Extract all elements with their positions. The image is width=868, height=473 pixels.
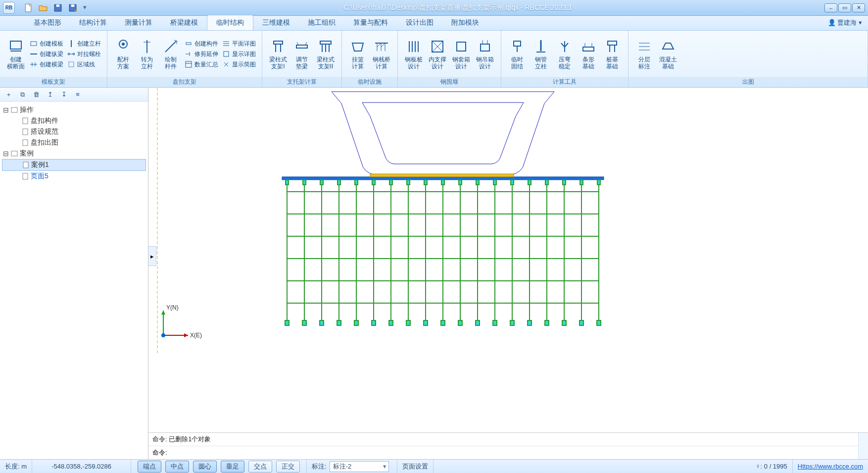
region-line-button[interactable]: 区域线	[67, 60, 101, 69]
bending-stability-button[interactable]: 压弯稳定	[553, 36, 577, 72]
app-icon[interactable]: RB	[3, 2, 15, 14]
saveas-icon[interactable]	[68, 3, 77, 12]
minimize-button[interactable]: –	[824, 3, 837, 12]
svg-rect-22	[186, 61, 192, 67]
concrete-foundation-button[interactable]: 混凝土基础	[656, 36, 680, 72]
tree-down-icon[interactable]: ↧	[59, 90, 68, 99]
tree-node-page5[interactable]: 页面5	[2, 171, 146, 182]
ribbon-group-output: 分层标注 混凝土基础 出图	[628, 31, 868, 87]
convert-pole-button[interactable]: 转为立杆	[135, 36, 159, 72]
open-file-icon[interactable]	[39, 3, 48, 12]
tree-settings-icon[interactable]: ≡	[73, 90, 82, 99]
ribbon-group-support-calc: 梁柱式支架I 调节垫梁 梁柱式支架II 支托架计算	[262, 31, 342, 87]
svg-rect-156	[441, 320, 445, 325]
tree-node-erection-spec[interactable]: 搭设规范	[2, 126, 146, 137]
command-line[interactable]: 命令:	[148, 446, 858, 459]
create-cross-beam-button[interactable]: 创建横梁	[30, 60, 63, 69]
save-icon[interactable]	[53, 3, 62, 12]
drawing-viewport[interactable]: ▸ Y(N) X(E)	[148, 88, 868, 459]
command-scrollbar[interactable]	[858, 433, 868, 459]
tree-node-case1[interactable]: 案例1	[2, 159, 146, 171]
snap-center[interactable]: 圆心	[193, 461, 217, 473]
quantity-summary-button[interactable]: 数量汇总	[185, 60, 218, 69]
create-long-beam-button[interactable]: 创建纵梁	[30, 50, 63, 58]
tree-node-disc-components[interactable]: 盘扣构件	[2, 115, 146, 126]
svg-rect-102	[337, 320, 341, 325]
svg-rect-4	[71, 4, 75, 7]
maximize-button[interactable]: ▭	[838, 3, 851, 12]
adjust-pad-beam-button[interactable]: 调节垫梁	[290, 36, 314, 72]
tree-node-cases[interactable]: ⊟案例	[2, 148, 146, 159]
snap-midpoint[interactable]: 中点	[165, 461, 189, 473]
annotation-combo[interactable]: 标注-2	[330, 461, 389, 472]
trim-extend-button[interactable]: 修剪延伸	[185, 50, 218, 58]
show-detail-button[interactable]: 显示详图	[222, 50, 256, 58]
tab-temp-structure[interactable]: 临时结构	[207, 15, 253, 30]
strip-foundation-button[interactable]: 条形基础	[577, 36, 600, 72]
tab-structure-calc[interactable]: 结构计算	[70, 15, 116, 30]
user-name: 曹建海	[837, 19, 857, 26]
snap-perp[interactable]: 垂足	[221, 461, 244, 473]
tab-bridge-model[interactable]: 桥梁建模	[161, 15, 207, 30]
tab-quantity[interactable]: 算量与配料	[344, 15, 397, 30]
svg-rect-5	[10, 41, 21, 49]
create-template-button[interactable]: 创建模板	[30, 40, 63, 48]
ribbon-group-label: 盘扣支架	[107, 77, 262, 87]
pole-scheme-button[interactable]: 配杆方案	[111, 36, 135, 72]
inner-brace-button[interactable]: 内支撑设计	[426, 36, 449, 72]
steel-pipe-column-button[interactable]: 钢管立柱	[529, 36, 553, 72]
beam-col-support1-button[interactable]: 梁柱式支架I	[266, 36, 290, 72]
ribbon-group-label: 计算工具	[501, 77, 628, 87]
create-pole-button[interactable]: 创建立杆	[67, 40, 101, 48]
steel-hang-box-button[interactable]: 钢吊箱设计	[473, 36, 497, 72]
svg-rect-63	[23, 173, 28, 179]
plan-detail-button[interactable]: 平面详图	[222, 40, 256, 48]
svg-rect-121	[389, 180, 392, 185]
svg-rect-139	[424, 180, 427, 185]
tree-copy-icon[interactable]: ⧉	[18, 90, 27, 99]
tab-drawing[interactable]: 设计出图	[397, 15, 442, 30]
tab-addon[interactable]: 附加模块	[442, 15, 488, 30]
create-member-button[interactable]: 创建构件	[185, 40, 218, 48]
steel-trestle-button[interactable]: 钢栈桥计算	[370, 36, 393, 72]
ribbon-group-calc-tools: 临时固结 钢管立柱 压弯稳定 条形基础 桩基基础 计算工具	[501, 31, 628, 87]
svg-rect-7	[31, 42, 37, 46]
svg-rect-75	[285, 320, 289, 325]
command-input[interactable]	[169, 449, 854, 457]
create-cross-section-button[interactable]: 创建横断面	[4, 36, 28, 72]
new-file-icon[interactable]	[24, 3, 33, 12]
close-button[interactable]: ✕	[852, 3, 865, 12]
steel-box-button[interactable]: 钢套箱设计	[449, 36, 473, 72]
page-setup-button[interactable]: 页面设置	[397, 460, 434, 473]
tree-node-disc-drawing[interactable]: 盘扣出图	[2, 137, 146, 148]
layered-dim-button[interactable]: 分层标注	[632, 36, 656, 72]
sheet-pile-button[interactable]: 钢板桩设计	[402, 36, 426, 72]
draw-member-button[interactable]: 绘制杆件	[159, 36, 183, 72]
tab-basic-shapes[interactable]: 基本图形	[25, 15, 70, 30]
svg-rect-220	[580, 180, 583, 185]
temp-fix-button[interactable]: 临时固结	[505, 36, 529, 72]
tab-construction[interactable]: 施工组织	[299, 15, 344, 30]
user-menu[interactable]: 👤 曹建海 ▾	[822, 15, 868, 30]
show-simple-button[interactable]: 显示简图	[222, 60, 256, 69]
svg-rect-0	[25, 4, 31, 12]
svg-rect-147	[424, 320, 428, 325]
tab-3d-model[interactable]: 三维建模	[253, 15, 299, 30]
tab-measure-calc[interactable]: 测量计算	[116, 15, 161, 30]
tree-node-operations[interactable]: ⊟操作	[2, 105, 146, 115]
pile-foundation-button[interactable]: 桩基基础	[600, 36, 624, 72]
svg-rect-130	[407, 180, 410, 185]
tree-up-icon[interactable]: ↥	[46, 90, 54, 99]
tree-add-icon[interactable]: ＋	[4, 90, 13, 99]
ribbon-group-label: 临时设施	[342, 77, 397, 87]
snap-endpoint[interactable]: 端点	[138, 461, 161, 473]
hanging-basket-button[interactable]: 挂篮计算	[346, 36, 370, 72]
snap-intersect[interactable]: 交点	[248, 461, 272, 473]
beam-col-support2-button[interactable]: 梁柱式支架II	[314, 36, 338, 72]
tree-delete-icon[interactable]: 🗑	[32, 90, 41, 99]
website-link[interactable]: Https://www.rbcce.com	[798, 463, 863, 470]
cad-canvas[interactable]: Y(N) X(E)	[148, 88, 868, 459]
qat-dropdown-icon[interactable]: ▾	[83, 3, 87, 12]
snap-ortho[interactable]: 正交	[276, 461, 300, 473]
tie-bolt-button[interactable]: 对拉螺栓	[67, 50, 101, 58]
